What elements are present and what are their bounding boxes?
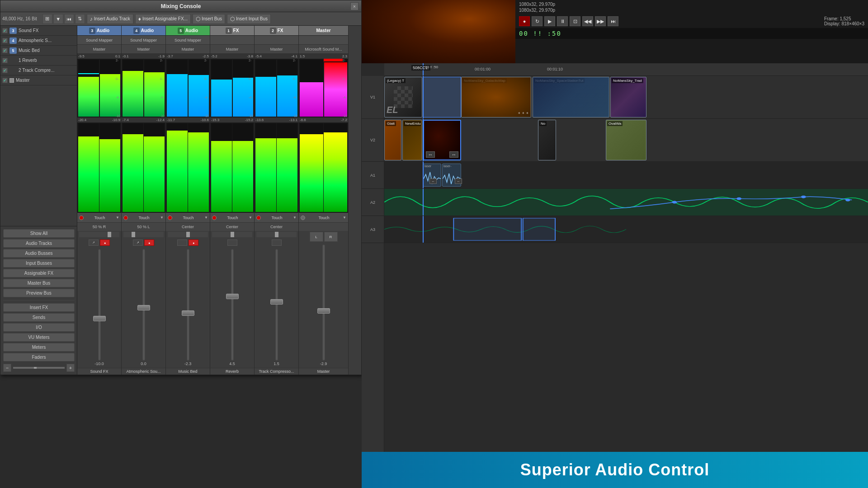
- channel-routing-5[interactable]: [255, 36, 298, 45]
- track-item-atmospheric[interactable]: ✓ 4 Atmospheric S...: [0, 36, 77, 46]
- refresh-button[interactable]: ↻: [532, 16, 542, 26]
- channel-output-4[interactable]: Master: [210, 45, 254, 54]
- zoom-in-button[interactable]: +: [66, 364, 75, 372]
- channel-output-1[interactable]: Master: [77, 45, 121, 54]
- clip-night-drone[interactable]: NightDrone ⚡ ↔ ↔: [423, 120, 461, 160]
- fader-handle-4[interactable]: [226, 294, 239, 299]
- channel-output-3[interactable]: Master: [166, 45, 210, 54]
- clip-oval[interactable]: OvalWa: [606, 120, 646, 160]
- track-checkbox-master[interactable]: ✓: [2, 78, 8, 83]
- channel-output-master[interactable]: Microsoft Sound M...: [299, 45, 348, 54]
- show-all-button[interactable]: Show All: [3, 229, 75, 238]
- touch-control-5[interactable]: Touch ▼: [255, 213, 298, 223]
- track-item-music-bed[interactable]: ✓ 5 Music Bed: [0, 46, 77, 56]
- rec-btn-2[interactable]: ●: [144, 239, 154, 246]
- db-top-left-4: -5.2: [211, 54, 217, 58]
- clip-trim-right[interactable]: ↔: [449, 151, 458, 158]
- track-item-reverb[interactable]: ✓ 1 Reverb: [0, 56, 77, 66]
- clip-glatt[interactable]: Glatt: [384, 120, 401, 160]
- clip-trade[interactable]: NoMansSky_Trad: [610, 77, 646, 117]
- track-checkbox-compressor[interactable]: ✓: [2, 68, 8, 73]
- clip-space-station[interactable]: NoMansSky_SpaceStationTut: [533, 77, 609, 117]
- channel-routing-4[interactable]: [210, 36, 254, 45]
- preview-bus-button[interactable]: Preview Bus: [3, 289, 75, 297]
- clip-trim-left[interactable]: ↔: [426, 151, 435, 158]
- ch-btn-fx2[interactable]: [272, 239, 282, 246]
- send-btn-1[interactable]: ↗: [89, 239, 99, 246]
- touch-control-master[interactable]: Touch ▼: [299, 213, 348, 223]
- touch-control-1[interactable]: Touch ▼: [77, 213, 121, 223]
- fader-handle-3[interactable]: [182, 310, 194, 316]
- insert-fx-button[interactable]: Insert FX: [3, 303, 75, 312]
- channel-routing-3[interactable]: Sound Mapper: [166, 36, 210, 45]
- channel-output-5[interactable]: Master: [255, 45, 298, 54]
- clip-galactic[interactable]: NoMansSky_GalacticMap ✦ ✦ ✦: [461, 77, 531, 117]
- audio-tracks-button[interactable]: Audio Tracks: [3, 239, 75, 248]
- insert-bus-button[interactable]: ⬡ Insert Bus: [193, 14, 225, 24]
- track-checkbox-reverb[interactable]: ✓: [2, 58, 8, 63]
- clip-legacy[interactable]: (Legacy) T EL: [384, 77, 422, 117]
- clip-new-eridu[interactable]: NewEridu: [402, 120, 422, 160]
- track-item-compressor[interactable]: ✓ 2 Track Compre...: [0, 66, 77, 75]
- assignable-fx-button[interactable]: Assignable FX: [3, 269, 75, 277]
- track-checkbox-sound-fx[interactable]: ✓: [2, 28, 8, 33]
- insert-input-bus-button[interactable]: ⬡ Insert Input Bus: [227, 14, 271, 24]
- track-item-sound-fx[interactable]: ✓ 3 Sound FX: [0, 26, 77, 36]
- end-button[interactable]: ⏭: [608, 16, 618, 26]
- io-button[interactable]: I/O: [3, 323, 75, 332]
- rec-btn-3[interactable]: ●: [189, 239, 198, 246]
- clip-no[interactable]: No: [538, 120, 556, 160]
- audio-trim-right[interactable]: ↔: [455, 178, 462, 184]
- track-checkbox-atmospheric[interactable]: ✓: [2, 38, 8, 43]
- video-track-2: Glatt NewEridu NightDrone ⚡ ↔ ↔ No: [384, 119, 868, 162]
- layout-btn[interactable]: ⊞: [42, 14, 52, 24]
- fader-handle-5[interactable]: [270, 299, 283, 305]
- view-btn[interactable]: ▼: [53, 14, 63, 24]
- zoom-out-button[interactable]: −: [3, 364, 11, 372]
- play-button[interactable]: ▶: [544, 16, 555, 26]
- playback-controls: ● ↻ ▶ ⏸ ⊡ ◀◀ ▶▶ ⏭ Frame: 1,525 Display: …: [515, 14, 868, 28]
- channel-output-2[interactable]: Master: [122, 45, 165, 54]
- loop-button[interactable]: ⊡: [570, 16, 580, 26]
- insert-assignable-fx-button[interactable]: ♦ Insert Assignable FX...: [135, 14, 191, 24]
- db-top-right-m: 2.3: [342, 54, 347, 58]
- rec-btn-1[interactable]: ●: [100, 239, 110, 246]
- zoom-slider[interactable]: [13, 367, 65, 369]
- audio-trim-left[interactable]: ↔: [429, 178, 437, 184]
- fader-handle-master[interactable]: [317, 308, 330, 314]
- channel-routing-1[interactable]: Sound Mapper: [77, 36, 121, 45]
- meters-button[interactable]: Meters: [3, 343, 75, 352]
- sends-button[interactable]: Sends: [3, 313, 75, 322]
- record-button[interactable]: ●: [519, 16, 530, 26]
- send-btn-3[interactable]: [177, 239, 187, 246]
- send-btn-2[interactable]: ↗: [133, 239, 143, 246]
- svg-point-1: [736, 197, 741, 200]
- fader-handle-1[interactable]: [93, 316, 106, 321]
- selection-box-v1: [423, 77, 461, 117]
- next-frame-button[interactable]: ▶▶: [595, 16, 606, 26]
- fader-value-master: -2.9: [320, 361, 327, 366]
- insert-audio-track-button[interactable]: ♪ Insert Audio Track: [87, 14, 133, 24]
- arrow-btn[interactable]: ⇅: [75, 14, 85, 24]
- vu-meters-button[interactable]: VU Meters: [3, 333, 75, 342]
- close-button[interactable]: ×: [350, 2, 359, 10]
- master-stereo-btn-l[interactable]: L: [310, 232, 323, 242]
- touch-control-4[interactable]: Touch ▼: [210, 213, 254, 223]
- track-num-a1: A1: [362, 162, 384, 189]
- prev-frame-button[interactable]: ◀◀: [582, 16, 593, 26]
- faders-button[interactable]: Faders: [3, 353, 75, 361]
- track-item-master[interactable]: ✓ Master: [0, 75, 77, 85]
- audio-busses-button[interactable]: Audio Busses: [3, 249, 75, 258]
- touch-control-3[interactable]: Touch ▼: [166, 213, 210, 223]
- channel-routing-2[interactable]: Sound Mapper: [122, 36, 165, 45]
- rewind-btn[interactable]: ⏮: [64, 14, 74, 24]
- touch-control-2[interactable]: Touch ▼: [122, 213, 165, 223]
- master-bus-button[interactable]: Master Bus: [3, 279, 75, 287]
- stop-button[interactable]: ⏸: [557, 16, 568, 26]
- ch-btn-fx1[interactable]: [227, 239, 237, 246]
- input-busses-button[interactable]: Input Busses: [3, 259, 75, 267]
- master-stereo-btn-r[interactable]: R: [324, 232, 338, 242]
- fader-handle-2[interactable]: [137, 305, 150, 310]
- track-checkbox-music-bed[interactable]: ✓: [2, 48, 8, 53]
- video-track-1: (Legacy) T EL NoMansSky_GalacticMap ✦ ✦ …: [384, 76, 868, 119]
